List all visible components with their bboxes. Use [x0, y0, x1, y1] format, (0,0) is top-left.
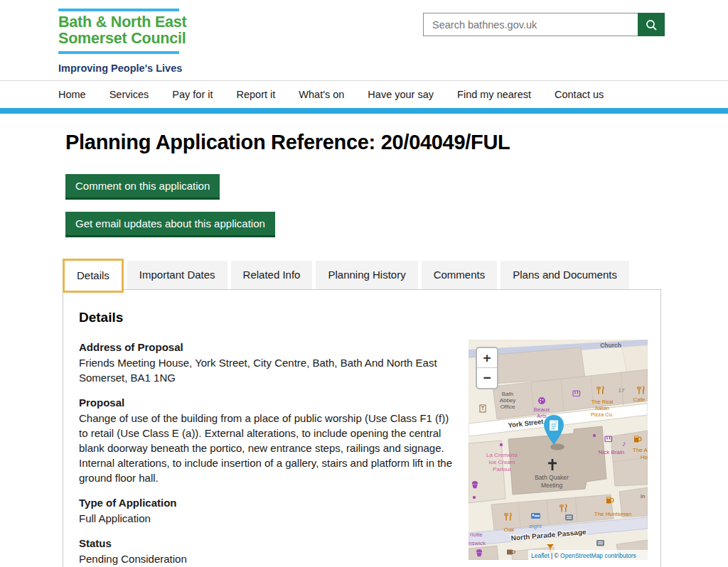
svg-text:The Real: The Real [592, 399, 614, 405]
svg-text:Abbey: Abbey [500, 397, 516, 404]
shop-dot-icon [500, 443, 503, 446]
map-label-cafe: Cafe [633, 396, 646, 403]
field-value: Pending Consideration [79, 551, 454, 566]
map-label-huntsman: The Huntsman [594, 511, 631, 517]
search-input[interactable] [423, 13, 638, 36]
nav-item-whats-on[interactable]: What's on [299, 89, 344, 100]
tab-bar: Details Important Dates Related Info Pla… [63, 259, 661, 291]
map-label-oak: Oak [504, 526, 515, 533]
svg-text:Bath: Bath [502, 391, 513, 397]
svg-text:Parlour: Parlour [493, 466, 511, 472]
nav-item-have-your-say[interactable]: Have your say [368, 89, 434, 100]
search-icon [645, 18, 658, 31]
accent-bar [0, 108, 728, 114]
nav-item-services[interactable]: Services [109, 89, 149, 100]
svg-text:rlotte: rlotte [470, 531, 483, 538]
map-zoom-out-button[interactable]: − [477, 368, 497, 388]
logo-bottom-bar [58, 51, 179, 54]
nav-item-pay-for-it[interactable]: Pay for it [172, 89, 213, 100]
field-label: Type of Application [79, 495, 454, 511]
logo-line1: Bath & North East [58, 14, 187, 31]
tab-plans-and-documents[interactable]: Plans and Documents [500, 261, 629, 289]
svg-text:Pizza Co.: Pizza Co. [591, 411, 614, 418]
tab-comments[interactable]: Comments [422, 261, 498, 289]
svg-text:The Al: The Al [633, 447, 648, 453]
logo-tagline: Improving People's Lives [58, 63, 187, 74]
map-label-nick-brain: Nick Brain [599, 449, 624, 455]
map-attribution: Leaflet | © OpenStreetMap contributors [531, 552, 636, 559]
logo-line2: Somerset Council [58, 31, 187, 47]
main-navigation: Home Services Pay for it Report it What'… [0, 80, 728, 108]
music-note-icon: ♪ [622, 439, 626, 448]
svg-text:La Cremeria: La Cremeria [486, 452, 518, 458]
location-map[interactable]: + − [469, 340, 648, 560]
svg-text:Meeting: Meeting [541, 482, 563, 489]
map-zoom-in-button[interactable]: + [477, 348, 497, 368]
osm-contributors-link[interactable]: OpenStreetMap contributors [560, 552, 636, 559]
search-button[interactable] [638, 13, 665, 36]
nav-item-contact-us[interactable]: Contact us [555, 89, 604, 100]
svg-text:Beaux: Beaux [534, 406, 550, 413]
field-label: Proposal [79, 395, 454, 411]
pub-sign-icon [480, 405, 486, 412]
map-label-church: Church [600, 342, 621, 349]
page-title: Planning Application Reference: 20/04049… [65, 131, 661, 154]
svg-text:Bath Quaker: Bath Quaker [535, 474, 569, 481]
field-status: Status Pending Consideration [79, 536, 454, 566]
nav-item-home[interactable]: Home [58, 89, 86, 100]
field-label: Status [79, 536, 454, 551]
tab-important-dates[interactable]: Important Dates [127, 261, 228, 289]
tab-related-info[interactable]: Related Info [231, 261, 313, 289]
info-sign-icon [596, 540, 604, 546]
svg-text:nswick: nswick [469, 540, 486, 546]
nav-item-report-it[interactable]: Report it [237, 89, 276, 100]
details-panel: Details + − [63, 289, 661, 567]
nav-item-find-my-nearest[interactable]: Find my nearest [457, 89, 531, 100]
document-icon [550, 421, 558, 431]
field-value: Change of use of the building from a pla… [79, 411, 454, 485]
logo-text: Bath & North East Somerset Council [58, 14, 187, 47]
details-heading: Details [79, 310, 648, 325]
field-value: Full Application [79, 511, 454, 526]
logo-top-bar [58, 9, 179, 11]
map-label-in: In [641, 493, 646, 500]
leaflet-link[interactable]: Leaflet [531, 552, 550, 559]
tab-details[interactable]: Details [63, 259, 124, 293]
field-value: Friends Meeting House, York Street, City… [79, 355, 454, 385]
site-header: Bath & North East Somerset Council Impro… [0, 0, 728, 80]
council-logo[interactable]: Bath & North East Somerset Council Impro… [58, 9, 187, 74]
map-label-eight: eight [529, 523, 542, 529]
svg-text:Arts: Arts [537, 413, 547, 419]
palette-icon [538, 397, 545, 404]
shop-dot-icon [593, 434, 596, 437]
field-label: Address of Proposal [79, 340, 454, 355]
info-sign-icon [565, 514, 573, 521]
shop-dot-icon [473, 496, 476, 499]
map-label-17: 17 [619, 387, 625, 394]
site-search [423, 13, 665, 36]
field-address: Address of Proposal Friends Meeting Hous… [79, 340, 454, 385]
svg-text:Italian: Italian [595, 405, 609, 411]
field-type: Type of Application Full Application [79, 495, 454, 526]
comment-button[interactable]: Comment on this application [65, 174, 220, 200]
email-updates-button[interactable]: Get email updates about this application [65, 212, 275, 237]
field-proposal: Proposal Change of use of the building f… [79, 395, 454, 485]
svg-text:Hous: Hous [641, 454, 648, 460]
tab-planning-history[interactable]: Planning History [316, 261, 417, 289]
svg-text:Ice Cream: Ice Cream [489, 459, 515, 465]
svg-text:Office: Office [500, 404, 515, 410]
bed-icon [531, 513, 540, 519]
map-zoom-control: + − [476, 347, 498, 389]
